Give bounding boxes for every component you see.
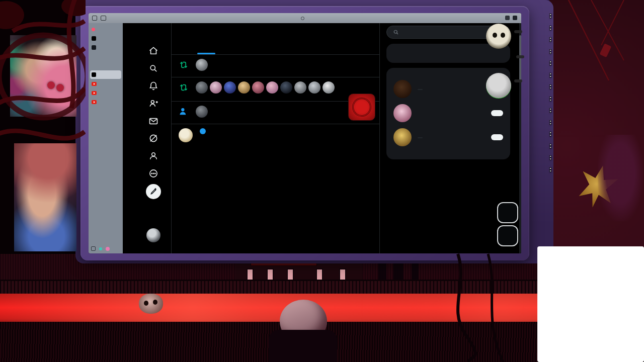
explore-search-icon[interactable] [148, 63, 159, 74]
webcam-photo-couple [10, 35, 76, 117]
youtube-favicon [92, 82, 97, 86]
donation-card [537, 246, 644, 362]
tab-mencoes[interactable] [310, 41, 379, 54]
avatar[interactable] [210, 81, 222, 94]
notification-repost[interactable] [172, 55, 379, 77]
screen [89, 13, 521, 253]
chat-message [549, 34, 644, 45]
browser-menu-icon[interactable] [513, 16, 517, 20]
follows-you-badge [418, 137, 423, 138]
x-favicon [92, 36, 96, 41]
avatar[interactable] [393, 104, 412, 122]
browser-tab-image[interactable] [90, 61, 121, 70]
heart-sunglasses-icon [47, 81, 55, 89]
avatar[interactable] [280, 81, 292, 94]
avatar[interactable] [238, 81, 250, 94]
app-menu-icon[interactable] [92, 16, 97, 21]
follow-button[interactable] [491, 110, 503, 116]
browser-tab-comunidade[interactable] [90, 98, 121, 106]
avatar[interactable] [308, 81, 320, 94]
notification-repost-multi[interactable] [172, 77, 379, 102]
account-avatar[interactable] [146, 228, 160, 242]
stream-chat [549, 10, 644, 175]
x-footer-links [386, 164, 510, 172]
chat-message [549, 69, 644, 81]
x-logo[interactable] [148, 27, 159, 38]
avatar[interactable] [224, 81, 236, 94]
tab-group-icon[interactable] [91, 246, 96, 251]
avatar[interactable] [266, 81, 278, 94]
retweet-icon [179, 59, 191, 74]
browser-tab-youtube[interactable] [90, 88, 121, 97]
browser-tab-distopia-arq[interactable] [90, 79, 121, 88]
search-icon [393, 29, 399, 35]
background-skull [139, 294, 163, 314]
new-tab-button[interactable] [90, 52, 121, 61]
follow-back-button[interactable] [491, 134, 503, 140]
x-page [123, 23, 521, 253]
site-info-icon[interactable] [301, 17, 304, 20]
chat-message [549, 93, 644, 105]
sidebar-toggle-icon[interactable] [101, 16, 106, 21]
chat-message [549, 152, 644, 163]
avatar[interactable] [294, 81, 306, 94]
who-show-more-link[interactable] [386, 149, 510, 158]
grok-icon[interactable] [148, 133, 159, 144]
notifications-column [171, 23, 380, 253]
avatar[interactable] [179, 128, 193, 142]
tab-prioridade[interactable] [241, 41, 310, 54]
active-tab-underline [197, 53, 215, 55]
post-suchiro[interactable] [172, 124, 379, 253]
chat-message [549, 57, 644, 69]
browser-toolbar [89, 13, 521, 23]
avatar[interactable] [393, 80, 412, 98]
avatar[interactable] [323, 81, 335, 94]
home-icon[interactable] [148, 45, 159, 56]
retweet-icon [179, 81, 191, 98]
browser-tab-awards[interactable] [90, 43, 121, 52]
browser-tab-live[interactable] [90, 25, 121, 34]
grok-floating-button[interactable] [497, 202, 518, 223]
chat-message [549, 81, 644, 93]
account-avatar[interactable] [106, 247, 110, 251]
avatar[interactable] [196, 59, 208, 71]
chat-message [549, 128, 644, 140]
chatter-avatar-frost51 [486, 24, 511, 49]
notification-follow[interactable] [172, 102, 379, 124]
avatar[interactable] [196, 106, 208, 118]
tab-tudo[interactable] [172, 41, 241, 54]
messages-icon[interactable] [148, 116, 159, 127]
youtube-favicon [92, 91, 97, 95]
avatar[interactable] [252, 81, 264, 94]
heart-sunglasses-icon [56, 84, 64, 92]
extension-icon[interactable] [505, 16, 510, 20]
stream-scene [0, 0, 644, 362]
page-favicon [92, 45, 96, 50]
communities-icon[interactable] [148, 98, 159, 109]
chat-message [549, 46, 644, 57]
follow-person-icon [179, 106, 191, 121]
chat-message [549, 10, 644, 22]
avatar[interactable] [393, 128, 412, 146]
chat-message [549, 22, 644, 34]
more-options-icon[interactable] [148, 168, 159, 179]
chat-message [549, 117, 644, 128]
verified-badge-icon [200, 128, 206, 134]
chat-message [549, 105, 644, 116]
compose-post-button[interactable] [146, 184, 161, 199]
chatter-name-badge [514, 30, 522, 33]
chatter-name-badge [516, 55, 524, 58]
profile-dot-icon[interactable] [99, 247, 102, 250]
messages-floating-button[interactable] [497, 225, 518, 246]
address-bar[interactable] [89, 13, 521, 23]
browser-tab-notifications-active[interactable] [90, 70, 121, 79]
chatter-name-badge [514, 79, 522, 82]
follow-suggestion-row[interactable] [386, 125, 510, 149]
background-body-silhouette [269, 330, 337, 362]
profile-icon[interactable] [148, 150, 159, 161]
notifications-bell-icon[interactable] [148, 80, 159, 92]
follow-suggestion-row[interactable] [386, 101, 510, 125]
browser-tab-distopia[interactable] [90, 34, 121, 43]
x-right-rail [386, 26, 510, 172]
avatar[interactable] [196, 81, 208, 94]
